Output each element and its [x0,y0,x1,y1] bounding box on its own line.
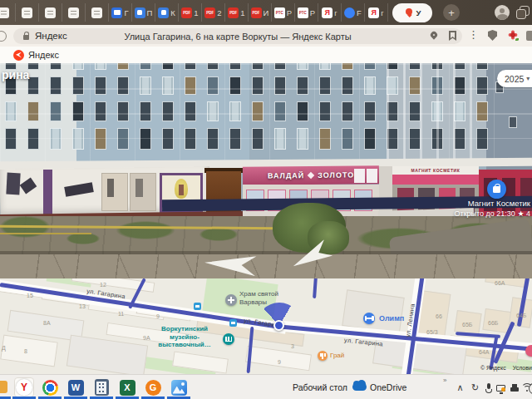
map-building [485,278,529,288]
grass-patch [116,221,175,239]
browser-tab[interactable]: 2 [202,3,225,22]
yandex-favicon-icon [322,7,332,18]
building-window [364,101,376,121]
building-number-label: 8 [24,348,27,354]
browser-tab[interactable]: 1 [179,3,202,22]
bookmarks-bar: Яндекс [0,47,532,64]
transit-stop-icon[interactable] [229,319,237,327]
building-window [185,101,196,121]
magnit-poi-badge[interactable] [487,180,506,199]
taskbar: Рабочий стол OneDrive » ∧↻ [0,374,532,399]
rating-value: 4 [526,209,530,218]
building-window [207,128,219,150]
street-panorama[interactable]: ВАЛДАЙ ЗОЛОТО МАГНИТ КОСМЕТИК [0,63,532,278]
building-window [50,63,62,70]
yandex-bookmark-icon[interactable] [13,50,24,61]
mini-map[interactable]: 1215131198А9А8Д396665Б66Б64Б65/364А66Аул… [0,278,532,374]
display-icon[interactable] [495,382,507,394]
grass-patch [66,233,100,244]
building-window [297,101,308,121]
browser-tab[interactable]: F [342,3,365,22]
chevron-up-icon[interactable]: ∧ [454,382,466,394]
tab-title: г [381,8,383,17]
browser-tab[interactable] [86,3,109,22]
building-window [476,128,488,150]
tab-title: г [334,8,337,17]
building-number-label: 12 [100,282,106,288]
magnit-poi-title[interactable]: Магнит Косметик [414,199,530,208]
mic-icon[interactable] [482,382,495,394]
church-poi-icon[interactable] [225,294,237,306]
building-window [509,116,517,128]
shield-extension-icon[interactable] [488,30,497,41]
sync-icon[interactable]: ↻ [469,382,481,394]
browser-tab[interactable]: И [249,3,272,22]
poi-partial-icon[interactable] [525,345,532,357]
browser-tab[interactable]: П [132,3,155,22]
shop-poster [130,173,156,211]
building-window [431,63,443,70]
browser-tab[interactable]: Г [109,3,132,22]
browser-tab[interactable] [39,3,62,22]
browser-tab[interactable] [16,3,39,22]
sign-box [367,169,377,183]
browser-tab[interactable] [62,3,86,22]
browser-tab[interactable]: Р [295,3,318,22]
building-window [342,128,353,150]
menu-dots-icon[interactable]: ⋮ [468,28,479,41]
building-window [319,63,331,70]
cafe-poi-label[interactable]: Грай [330,352,344,359]
browser-tab-active[interactable]: У [392,3,432,22]
extension-partial-icon[interactable] [526,31,532,41]
olimp-poi-label[interactable]: Олимп [379,314,404,323]
panorama-line[interactable] [313,278,318,298]
building-window [95,101,106,121]
browser-tab[interactable]: г [365,3,388,22]
map-copyright: © Яндекс Условия [480,365,532,371]
copyright-link[interactable]: © Яндекс [480,365,506,371]
building-number-label: 11 [118,311,124,317]
bookmark-label[interactable]: Яндекс [28,50,59,60]
tab-title: К [170,8,175,17]
profile-avatar[interactable] [495,5,510,20]
building-window [185,63,196,70]
year-selector[interactable]: 2025 ▾ [497,70,532,87]
browser-tab[interactable]: 1 [225,3,249,22]
page-favicon-icon [68,7,79,18]
museum-poi-label[interactable]: Воркутинский музейно- выставочный… [148,325,221,349]
shop-poster [6,173,20,195]
building-number-label: Д [2,345,6,351]
building-window [50,101,62,121]
browser-tab[interactable]: г [318,3,342,22]
tab-panels-icon[interactable] [516,6,530,19]
terms-link[interactable]: Условия [513,365,532,371]
building-window [50,76,62,95]
building-window [162,128,174,150]
browser-tab[interactable] [0,3,16,22]
desktop-screen: ГПК121ИРРгFгУ+ Яндекс Улица Гагарина, 6 … [0,0,532,399]
tab-title: F [357,8,362,17]
building-window [319,76,331,95]
page-title: Улица Гагарина, 6 на карте Воркуты — Янд… [13,32,462,42]
building-window [387,101,398,121]
flower-extension-icon[interactable] [508,30,518,40]
building-number-label: 66А [495,280,505,286]
devices-icon[interactable] [508,382,520,394]
cafe-poi-icon[interactable] [318,351,328,361]
building-window [342,101,353,121]
new-tab-button[interactable]: + [443,4,460,21]
rts-favicon-icon [274,7,285,18]
browser-tab[interactable]: К [155,3,179,22]
reload-icon[interactable] [0,31,7,42]
building-window [72,101,84,121]
map-building [245,346,312,372]
transit-stop-icon[interactable] [194,303,201,310]
browser-tab[interactable]: Р [272,3,295,22]
magnit-pink-band [392,175,479,185]
museum-poi-icon[interactable] [223,333,234,345]
building-number-label: 66 [436,313,442,319]
olimp-poi-icon[interactable] [363,313,375,324]
page-favicon-icon [0,7,9,18]
poster-figure [135,179,143,197]
magnit-fascia: МАГНИТ КОСМЕТИК [392,166,479,175]
